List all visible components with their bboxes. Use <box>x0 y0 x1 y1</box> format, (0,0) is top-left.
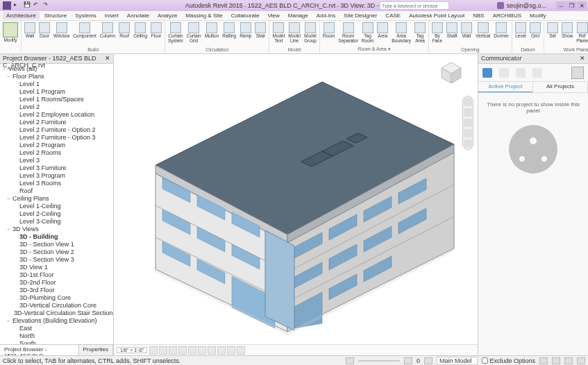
model-button[interactable]: Model Line <box>287 22 301 44</box>
tree-node[interactable]: Level 2 Program <box>1 142 112 149</box>
tree-node[interactable]: 3D-Vertical Circulation Stair Section <box>1 309 112 317</box>
tree-node[interactable]: Level 3 <box>1 157 112 164</box>
navigation-bar[interactable] <box>462 96 473 150</box>
dormer-button[interactable]: Dormer <box>493 22 510 40</box>
tree-node[interactable]: 3D-1st Floor <box>1 271 112 279</box>
tree-node[interactable]: 3D-3rd Floor <box>1 287 112 294</box>
tree-node[interactable]: Level 3-Ceiling <box>1 218 112 226</box>
tree-node[interactable]: Level 3 Furniture <box>1 164 112 172</box>
lock-3d-icon[interactable] <box>217 346 226 355</box>
tree-node[interactable]: Level 2-Ceiling <box>1 210 112 218</box>
close-button[interactable]: ✕ <box>577 1 587 10</box>
status-icon[interactable] <box>404 357 412 364</box>
detail-level-icon[interactable] <box>149 346 158 355</box>
qat-open-icon[interactable]: ▸ <box>14 1 21 8</box>
filter-icon[interactable] <box>424 357 432 364</box>
vertical-button[interactable]: Vertical <box>475 22 491 40</box>
tree-node[interactable]: Level 2 Furniture - Option 2 <box>1 126 112 134</box>
shaft-button[interactable]: Shaft <box>446 22 458 40</box>
grid-button[interactable]: Grid <box>529 22 541 40</box>
ribbon-tab-manage[interactable]: Manage <box>285 12 312 19</box>
rendering-icon[interactable] <box>188 346 196 355</box>
home-icon[interactable] <box>482 68 492 78</box>
area-button[interactable]: Area <box>376 22 389 40</box>
user-menu[interactable]: seojin@sg.o... <box>497 2 546 9</box>
status-icon[interactable] <box>539 357 548 364</box>
ribbon-tab-annotate[interactable]: Annotate <box>124 12 153 19</box>
avatar[interactable] <box>571 67 584 79</box>
tree-node[interactable]: 3D View 1 <box>1 264 112 271</box>
ribbon-tab-insert[interactable]: Insert <box>101 12 122 19</box>
room-button[interactable]: Room <box>322 22 335 40</box>
ceiling-button[interactable]: Ceiling <box>133 22 148 40</box>
expand-icon[interactable]: − <box>7 195 12 203</box>
temp-hide-icon[interactable] <box>227 346 235 355</box>
nav-wheel-icon[interactable] <box>464 98 472 106</box>
ribbon-tab-add-ins[interactable]: Add-Ins <box>313 12 339 19</box>
ribbon-tab-structure[interactable]: Structure <box>41 12 70 19</box>
sun-path-icon[interactable] <box>169 346 177 355</box>
by-button[interactable]: By Face <box>431 22 444 44</box>
worksets-dropdown[interactable] <box>358 360 400 362</box>
ribbon-tab-collaborate[interactable]: Collaborate <box>228 12 263 19</box>
ribbon-tab-modify[interactable]: Modify <box>526 12 550 19</box>
tree-node[interactable]: Level 1 Rooms/Spaces <box>1 96 112 103</box>
people-icon[interactable] <box>499 68 509 78</box>
expand-icon[interactable]: − <box>7 73 12 80</box>
communicator-tab[interactable]: Active Project <box>478 82 533 92</box>
ribbon-tab-site-designer[interactable]: Site Designer <box>340 12 380 19</box>
modify-button[interactable]: Modify <box>2 22 19 44</box>
tree-node[interactable]: 3D - Building <box>1 233 112 241</box>
help-search-input[interactable] <box>380 1 449 10</box>
drawing-canvas[interactable]: 1/8" = 1'-0" <box>114 54 478 355</box>
ribbon-tab-nbs[interactable]: NBS <box>469 12 487 19</box>
ribbon-tab-archibus[interactable]: ARCHIBUS <box>489 12 525 19</box>
stair-button[interactable]: Stair <box>254 22 267 40</box>
tree-node[interactable]: Level 3 Rooms <box>1 180 112 187</box>
nav-look-icon[interactable] <box>464 139 472 148</box>
door-button[interactable]: Door <box>38 22 51 40</box>
roof-button[interactable]: Roof <box>118 22 131 40</box>
shadows-icon[interactable] <box>178 346 187 355</box>
list-icon[interactable] <box>532 68 542 78</box>
tree-node[interactable]: 3D-Vertical Circulation Core <box>1 302 112 309</box>
model-button[interactable]: Model Text <box>271 22 285 44</box>
ribbon-tab-view[interactable]: View <box>264 12 283 19</box>
tree-node[interactable]: −Floor Plans <box>1 73 112 80</box>
component-button[interactable]: Component <box>72 22 97 40</box>
nav-orbit-icon[interactable] <box>464 129 472 137</box>
communicator-tab[interactable]: All Projects <box>533 82 588 92</box>
tag-button[interactable]: Tag Room <box>361 22 374 44</box>
tree-node[interactable]: 3D - Section View 3 <box>1 256 112 264</box>
tree-node[interactable]: Level 2 Rooms <box>1 149 112 157</box>
tree-node[interactable]: 3D - Section View 1 <box>1 241 112 248</box>
tree-node[interactable]: Level 3 Program <box>1 172 112 180</box>
expand-icon[interactable]: − <box>7 317 12 325</box>
floor-button[interactable]: Floor <box>150 22 162 40</box>
level-button[interactable]: Level <box>514 22 527 40</box>
status-icon[interactable] <box>577 357 585 364</box>
railing-button[interactable]: Railing <box>221 22 237 40</box>
ribbon-tab-architecture[interactable]: Architecture <box>3 12 40 19</box>
expand-icon[interactable]: − <box>7 226 12 233</box>
wall-button[interactable]: Wall <box>460 22 473 40</box>
curtain-button[interactable]: Curtain Grid <box>186 22 202 44</box>
status-icon[interactable] <box>564 357 573 364</box>
tree-node[interactable]: 3D - Section View 2 <box>1 248 112 256</box>
tree-node[interactable]: Level 1-Ceiling <box>1 203 112 210</box>
set-button[interactable]: Set <box>546 22 559 40</box>
ramp-button[interactable]: Ramp <box>239 22 252 40</box>
crop-region-icon[interactable] <box>208 346 216 355</box>
qat-undo-icon[interactable]: ↶ <box>33 1 40 8</box>
qat-redo-icon[interactable]: ↷ <box>43 1 50 8</box>
panel-tab[interactable]: Properties <box>79 345 113 355</box>
visual-style-icon[interactable] <box>159 346 167 355</box>
maximize-button[interactable]: ❐ <box>566 1 576 10</box>
tree-node[interactable]: North <box>1 332 112 340</box>
nav-pan-icon[interactable] <box>464 108 472 117</box>
nav-zoom-icon[interactable] <box>464 119 472 127</box>
tree-node[interactable]: Level 1 Program <box>1 88 112 96</box>
tree-node[interactable]: 3D-Plumbing Core <box>1 294 112 302</box>
tree-node[interactable]: −Ceiling Plans <box>1 195 112 203</box>
design-options-dropdown[interactable]: Main Model <box>437 357 478 365</box>
